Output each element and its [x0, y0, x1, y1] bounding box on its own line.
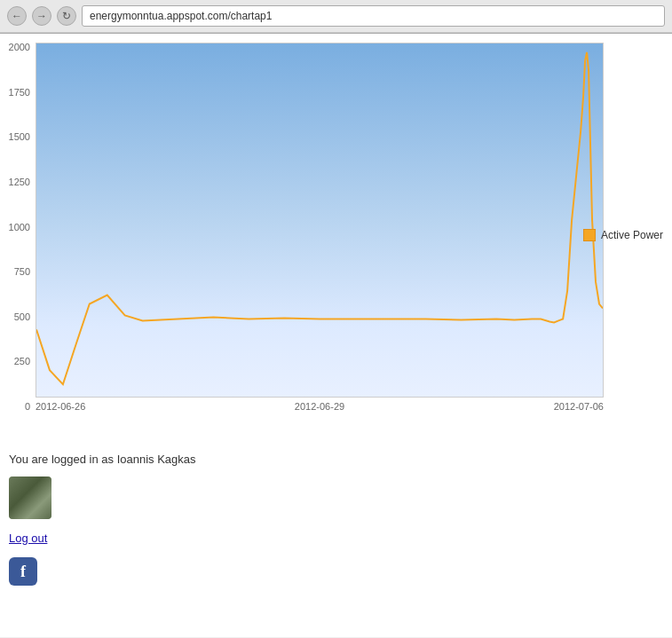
x-label-end: 2012-07-06 [554, 401, 604, 412]
page-body: You are logged in as Ioannis Kagkas Log … [0, 438, 672, 600]
refresh-button[interactable]: ↻ [57, 6, 76, 26]
x-label-start: 2012-06-26 [36, 401, 85, 412]
chart-svg [36, 43, 603, 397]
y-label-2000: 2000 [9, 43, 30, 52]
legend-color [583, 229, 596, 241]
avatar-image [9, 477, 51, 519]
back-button[interactable]: ← [7, 6, 27, 26]
logout-link[interactable]: Log out [9, 532, 663, 545]
y-label-750: 750 [14, 267, 30, 277]
y-label-1750: 1750 [9, 88, 30, 98]
page-content: 2000 1750 1500 1250 1000 750 500 250 0 [0, 34, 672, 637]
x-axis: 2012-06-26 2012-06-29 2012-07-06 [36, 401, 604, 412]
chart-area [36, 43, 604, 398]
y-label-500: 500 [14, 312, 30, 322]
chart-container: 2000 1750 1500 1250 1000 750 500 250 0 [0, 34, 672, 438]
y-label-250: 250 [14, 357, 30, 366]
y-label-0: 0 [25, 402, 30, 412]
facebook-icon: f [20, 563, 26, 581]
address-bar[interactable]: energymonntua.appspot.com/chartap1 [82, 5, 665, 27]
x-label-mid: 2012-06-29 [295, 401, 344, 412]
chart-wrapper: 2000 1750 1500 1250 1000 750 500 250 0 [0, 34, 672, 438]
avatar [9, 477, 51, 519]
chart-legend: Active Power [583, 229, 663, 241]
url-text: energymonntua.appspot.com/chartap1 [90, 10, 272, 22]
y-label-1250: 1250 [9, 177, 30, 187]
y-label-1500: 1500 [9, 132, 30, 142]
forward-button[interactable]: → [32, 6, 51, 26]
browser-toolbar: ← → ↻ energymonntua.appspot.com/chartap1 [0, 0, 672, 33]
facebook-button[interactable]: f [9, 557, 37, 586]
y-axis: 2000 1750 1500 1250 1000 750 500 250 0 [0, 43, 34, 412]
logged-in-text: You are logged in as Ioannis Kagkas [9, 453, 663, 466]
browser-chrome: ← → ↻ energymonntua.appspot.com/chartap1 [0, 0, 672, 34]
y-label-1000: 1000 [9, 223, 30, 232]
legend-label: Active Power [601, 229, 663, 241]
